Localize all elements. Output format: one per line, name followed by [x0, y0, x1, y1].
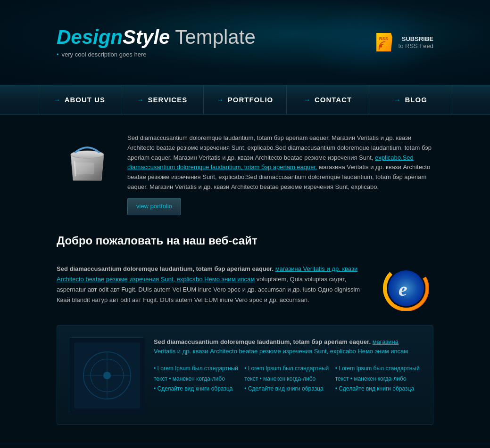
mid-content-section: Sed diamaccusantium doloremque laudantiu… — [57, 254, 433, 320]
ie-icon-area: e — [377, 264, 433, 311]
nav-label-portfolio: PORTFOLIO — [228, 96, 274, 104]
nav-arrow-portfolio: → — [217, 96, 224, 104]
rss-text: SUBSRIBE to RSS Feed — [399, 35, 433, 49]
nav-label-contact: CONTACT — [315, 96, 352, 104]
nav-arrow-blog: → — [394, 96, 401, 104]
bottom-box-content: Sed diamaccusantium doloremque laudantiu… — [154, 337, 421, 394]
mid-text: Sed diamaccusantium doloremque laudantiu… — [57, 264, 363, 305]
bottom-links-col-2: Lorem Ipsum был стандартный текст • мане… — [244, 364, 330, 394]
svg-rect-4 — [75, 163, 94, 174]
mid-paragraph: Sed diamaccusantium doloremque laudantiu… — [57, 264, 363, 305]
nav-arrow-about: → — [54, 96, 61, 104]
bottom-link-2-1[interactable]: Lorem Ipsum был стандартный текст • мане… — [244, 364, 330, 384]
nav-arrow-contact: → — [304, 96, 311, 104]
logo-design: Design — [57, 26, 123, 48]
main-content: Sed diamaccusantium doloremque laudantiu… — [0, 114, 490, 444]
top-content-section: Sed diamaccusantium doloremque laudantiu… — [57, 124, 433, 225]
nav-link-blog[interactable]: → BLOG — [369, 85, 452, 114]
nav-item-portfolio[interactable]: → PORTFOLIO — [204, 85, 287, 114]
header: DesignStyle Template very cool descripti… — [0, 0, 490, 85]
logo-area: DesignStyle Template very cool descripti… — [57, 27, 256, 58]
logo-text: DesignStyle Template — [57, 27, 256, 47]
bottom-link-3-2[interactable]: Сделайте вид книги образца — [335, 384, 421, 394]
rss-sublabel: to RSS Feed — [399, 42, 433, 49]
bottom-box-text: Sed diamaccusantium doloremque laudantiu… — [154, 337, 421, 357]
welcome-section: Добро пожаловать на наш веб-сайт — [57, 225, 433, 254]
main-navigation: → ABOUT US → SERVICES → PORTFOLIO → CONT… — [0, 85, 490, 114]
nav-label-blog: BLOG — [405, 96, 427, 104]
welcome-title: Добро пожаловать на наш веб-сайт — [57, 234, 433, 247]
bottom-links-grid: Lorem Ipsum был стандартный текст • мане… — [154, 364, 421, 394]
bottom-link-1-2[interactable]: Сделайте вид книги образца — [154, 384, 240, 394]
bottom-links-col-1: Lorem Ipsum был стандартный текст • мане… — [154, 364, 240, 394]
logo-style: Style — [123, 26, 170, 48]
svg-text:e: e — [399, 278, 407, 300]
rss-area[interactable]: RSS SUBSRIBE to RSS Feed — [375, 32, 433, 53]
rss-icon: RSS — [375, 32, 394, 53]
view-portfolio-button[interactable]: view portfolio — [127, 198, 181, 215]
nav-item-blog[interactable]: → BLOG — [369, 85, 452, 114]
top-content-text: Sed diamaccusantium doloremque laudantiu… — [127, 133, 433, 215]
nav-item-contact[interactable]: → CONTACT — [287, 85, 370, 114]
nav-list: → ABOUT US → SERVICES → PORTFOLIO → CONT… — [38, 85, 452, 114]
bottom-link-3-1[interactable]: Lorem Ipsum был стандартный текст • мане… — [335, 364, 421, 384]
logo-description: very cool description goes here — [57, 51, 256, 58]
nav-label-services: SERVICES — [148, 96, 188, 104]
nav-item-services[interactable]: → SERVICES — [121, 85, 204, 114]
nav-arrow-services: → — [137, 96, 144, 104]
bottom-link-1-1[interactable]: Lorem Ipsum был стандартный текст • мане… — [154, 364, 240, 384]
bottom-links-col-3: Lorem Ipsum был стандартный текст • мане… — [335, 364, 421, 394]
bottom-box-section: Sed diamaccusantium doloremque laudantiu… — [57, 325, 433, 425]
nav-link-contact[interactable]: → CONTACT — [287, 85, 369, 114]
bottom-link-2-2[interactable]: Сделайте вид книги образца — [244, 384, 330, 394]
footer: Условия использования | Заявление о конф… — [0, 444, 490, 448]
rss-label: SUBSRIBE — [399, 35, 433, 42]
nav-label-about: ABOUT US — [65, 96, 105, 104]
bottom-box-image — [69, 337, 144, 413]
svg-text:RSS: RSS — [379, 36, 388, 41]
top-paragraph-1: Sed diamaccusantium doloremque laudantiu… — [127, 133, 433, 192]
nav-link-services[interactable]: → SERVICES — [121, 85, 204, 114]
logo-template: Template — [170, 26, 255, 48]
bucket-image — [57, 133, 118, 195]
nav-link-portfolio[interactable]: → PORTFOLIO — [204, 85, 286, 114]
nav-item-about[interactable]: → ABOUT US — [38, 85, 121, 114]
svg-point-15 — [103, 372, 111, 379]
nav-link-about[interactable]: → ABOUT US — [38, 85, 121, 114]
